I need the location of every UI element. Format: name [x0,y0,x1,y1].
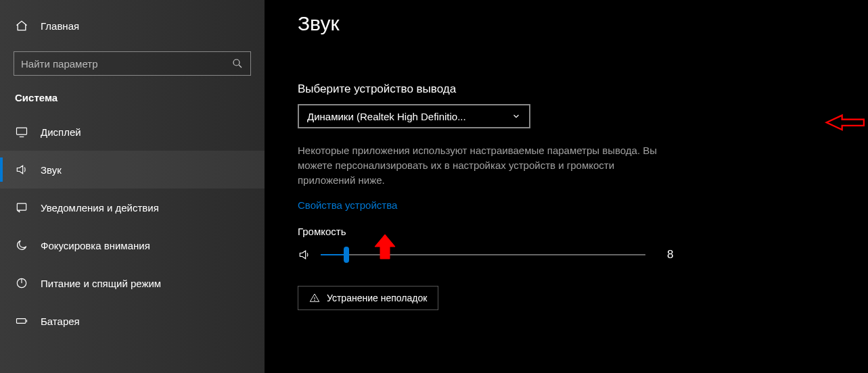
main-content: Звук Выберите устройство вывода Динамики… [265,0,868,373]
sidebar-item-label: Фокусировка внимания [41,240,150,251]
moon-icon [15,239,28,252]
svg-point-0 [233,59,239,66]
sidebar-home-label: Главная [41,20,79,32]
notification-icon [15,201,28,214]
sidebar-item-label: Питание и спящий режим [41,278,161,289]
battery-icon [15,314,28,328]
sidebar-item-notifications[interactable]: Уведомления и действия [0,189,265,226]
sidebar-item-label: Дисплей [41,126,81,138]
output-device-heading: Выберите устройство вывода [298,82,868,96]
svg-rect-2 [17,203,26,210]
speaker-icon [15,163,28,176]
sidebar-home[interactable]: Главная [0,12,265,39]
sidebar-item-label: Уведомления и действия [41,202,159,214]
output-device-value: Динамики (Realtek High Definitio... [307,111,466,122]
power-icon [15,276,28,290]
sidebar-item-sound[interactable]: Звук [0,151,265,189]
svg-rect-4 [17,319,26,324]
output-device-description: Некоторые приложения используют настраив… [298,143,663,187]
search-box[interactable] [14,51,251,76]
troubleshoot-button[interactable]: Устранение неполадок [298,286,438,310]
sidebar-item-display[interactable]: Дисплей [0,113,265,151]
sidebar-item-label: Батарея [41,316,80,327]
warning-icon [309,293,320,303]
volume-slider-fill [321,254,346,255]
device-properties-link[interactable]: Свойства устройства [298,199,397,211]
home-icon [15,19,28,32]
sidebar-item-power[interactable]: Питание и спящий режим [0,264,265,302]
sidebar-category: Система [0,92,265,113]
search-icon [231,57,244,70]
chevron-down-icon [511,111,521,121]
troubleshoot-label: Устранение неполадок [327,293,427,303]
search-input[interactable] [21,58,231,70]
monitor-icon [15,125,28,139]
sidebar: Главная Система Дисплей Звук Уведомления… [0,0,265,373]
svg-rect-1 [17,128,27,134]
volume-icon[interactable] [298,248,311,262]
sidebar-item-battery[interactable]: Батарея [0,302,265,340]
page-title: Звук [298,12,868,35]
sidebar-item-focus[interactable]: Фокусировка внимания [0,226,265,264]
output-device-dropdown[interactable]: Динамики (Realtek High Definitio... [298,104,530,128]
sidebar-item-label: Звук [41,164,62,176]
svg-point-5 [315,301,315,301]
volume-value: 8 [667,248,673,262]
volume-slider-thumb[interactable] [344,247,349,263]
annotation-arrow-up [373,233,396,262]
annotation-arrow-left [821,112,868,135]
volume-slider[interactable] [321,254,645,255]
